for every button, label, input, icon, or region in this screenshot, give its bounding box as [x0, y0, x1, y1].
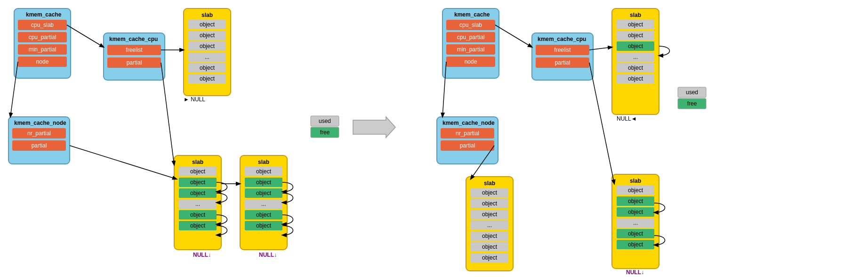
null-brc: NULL↓: [626, 269, 644, 276]
null-top-left: ► NULL: [184, 96, 205, 103]
kmem-cache-right-title: kmem_cache: [454, 11, 490, 18]
slab-tr-obj1: object: [628, 21, 643, 28]
kmem-cache-cpu-partial-left: cpu_partial: [29, 34, 56, 41]
slab-br-node-obj6: object: [482, 254, 498, 261]
main-svg: kmem_cache cpu_slab cpu_partial min_part…: [0, 0, 868, 277]
slab-tr-dots: ...: [633, 54, 638, 60]
slab-bl1-obj5: object: [190, 222, 206, 229]
slab-bl2-obj5: object: [256, 222, 272, 229]
svg-line-37: [161, 63, 174, 165]
slab-br-node-obj1: object: [482, 189, 498, 196]
svg-line-76: [495, 25, 532, 47]
slab-tr-obj3: object: [628, 43, 643, 49]
svg-line-79: [589, 63, 614, 184]
slab-br-node-obj5: object: [482, 244, 498, 250]
slab-bottom-right-node: slab object object object ... object obj…: [466, 177, 513, 271]
svg-rect-41: [442, 8, 499, 78]
slab-brc-title: slab: [630, 178, 641, 184]
slab-brc-obj3: object: [628, 209, 643, 215]
legend-right: used free: [678, 87, 706, 109]
kmem-cache-left-title: kmem_cache: [26, 11, 62, 18]
kmem-cache-cpu-slab-left: cpu_slab: [31, 22, 54, 28]
diagram-container: kmem_cache cpu_slab cpu_partial min_part…: [0, 0, 868, 277]
kmem-cache-cpu-left: kmem_cache_cpu freelist partial: [104, 33, 165, 80]
node-partial-left: partial: [32, 142, 47, 149]
cpu-freelist-right: freelist: [554, 47, 571, 53]
kmem-cache-min-partial-left: min_partial: [29, 46, 56, 53]
kmem-cache-node-left-title: kmem_cache_node: [14, 120, 66, 126]
node-partial-right: partial: [460, 142, 475, 149]
kmem-cache-left: kmem_cache cpu_slab cpu_partial min_part…: [14, 8, 71, 78]
slab-top-left: slab object object object ... object obj…: [184, 8, 231, 96]
svg-rect-0: [14, 8, 71, 78]
kmem-cache-cpu-left-title: kmem_cache_cpu: [109, 36, 158, 42]
node-nr-partial-left: nr_partial: [27, 130, 51, 137]
slab-bl1-obj2: object: [190, 179, 206, 186]
slab-bl2-obj4: object: [256, 212, 272, 218]
svg-marker-40: [353, 117, 395, 138]
slab-br-node-obj4: object: [482, 233, 498, 239]
slab-tr-obj4: object: [628, 65, 643, 71]
cpu-partial-left: partial: [127, 59, 142, 66]
slab-bl2-dots: ...: [261, 201, 266, 207]
center-arrow: [353, 117, 395, 138]
slab-br-node-dots: ...: [487, 222, 492, 228]
legend-used-label: used: [319, 118, 331, 124]
kmem-cache-cpu-right-title: kmem_cache_cpu: [538, 36, 586, 42]
slab-tl-obj2: object: [200, 32, 215, 39]
slab-tl-obj3: object: [200, 43, 215, 49]
kmem-cache-cpu-partial-right: cpu_partial: [457, 34, 485, 41]
slab-brc-obj2: object: [628, 198, 643, 204]
legend-used-right: used: [686, 89, 698, 96]
slab-bl1-dots: ...: [195, 201, 200, 207]
slab-tr-obj5: object: [628, 75, 643, 82]
legend-free-right: free: [687, 100, 697, 107]
slab-br-node-title: slab: [484, 180, 495, 187]
kmem-cache-node-left: node: [36, 58, 49, 65]
slab-brc-dots: ...: [633, 220, 638, 226]
kmem-cache-cpu-right: kmem_cache_cpu freelist partial: [532, 33, 593, 80]
kmem-cache-right: kmem_cache cpu_slab cpu_partial min_part…: [442, 8, 499, 78]
null-tr: NULL◄: [617, 115, 637, 122]
kmem-cache-node-left: kmem_cache_node nr_partial partial: [8, 117, 70, 164]
slab-tl-dots: ...: [205, 54, 209, 60]
slab-tl-obj4: object: [200, 65, 215, 71]
kmem-cache-min-partial-right: min_partial: [457, 46, 485, 53]
slab-top-left-title: slab: [201, 12, 213, 18]
slab-brc-obj1: object: [628, 187, 643, 194]
slab-tr-title: slab: [630, 12, 641, 18]
null-bl2: NULL↓: [259, 252, 277, 258]
slab-tl-obj5: object: [200, 75, 215, 82]
svg-line-34: [67, 25, 104, 47]
slab-bl2-obj2: object: [256, 179, 272, 186]
slab-bottom-right-cpu: slab object object object ... object obj…: [612, 174, 659, 269]
kmem-cache-node-right-title: kmem_cache_node: [442, 120, 495, 126]
svg-line-39: [70, 146, 177, 179]
kmem-cache-node-right: node: [465, 58, 477, 65]
slab-bottom-left-2: slab object object object ... object obj…: [240, 155, 287, 250]
slab-tr-obj2: object: [628, 32, 643, 39]
slab-bl2-obj3: object: [256, 190, 272, 196]
kmem-cache-cpu-slab-right: cpu_slab: [459, 22, 482, 28]
slab-tl-obj1: object: [200, 21, 215, 28]
slab-brc-obj4: object: [628, 230, 643, 237]
cpu-partial-right: partial: [555, 59, 571, 66]
slab-bl2-title: slab: [258, 159, 269, 165]
legend-free-label: free: [320, 129, 330, 136]
slab-bl2-obj1: object: [256, 168, 272, 175]
slab-top-right: slab object object object ... object obj…: [612, 8, 659, 114]
legend-left: used free: [311, 116, 339, 138]
slab-bl1-obj3: object: [190, 190, 206, 196]
node-nr-partial-right: nr_partial: [456, 130, 479, 137]
cpu-freelist-left: freelist: [126, 47, 143, 53]
slab-bl1-obj4: object: [190, 212, 206, 218]
slab-bl1-title: slab: [192, 159, 203, 165]
slab-bl1-obj1: object: [190, 168, 206, 175]
kmem-cache-node-right: kmem_cache_node nr_partial partial: [437, 117, 498, 164]
slab-brc-obj5: object: [628, 241, 643, 248]
slab-br-node-obj2: object: [482, 200, 498, 207]
slab-br-node-obj3: object: [482, 211, 498, 218]
slab-bottom-left-1: slab object object object ... object obj…: [174, 155, 221, 250]
null-bl1: NULL↓: [193, 252, 211, 258]
